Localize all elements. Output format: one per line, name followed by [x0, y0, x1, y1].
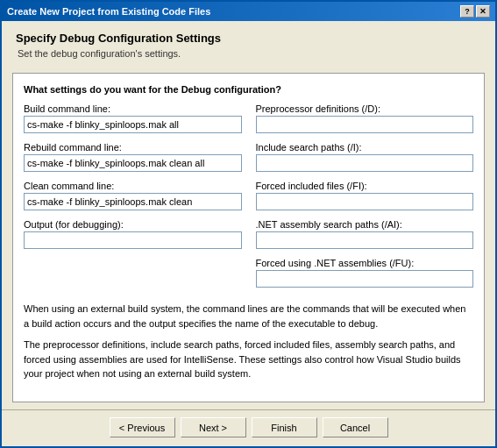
description-1: When using an external build system, the… — [24, 302, 473, 331]
clean-label: Clean command line: — [24, 181, 242, 191]
include-input[interactable] — [256, 154, 474, 172]
build-input[interactable] — [24, 116, 242, 133]
dialog-title: Create New Project from Existing Code Fi… — [7, 6, 210, 17]
left-column: Build command line: Rebuild command line… — [24, 103, 242, 291]
field-group-clean: Clean command line: — [24, 181, 242, 210]
include-label: Include search paths (/I): — [256, 142, 474, 153]
forced-assembly-input[interactable] — [256, 270, 474, 288]
assembly-search-label: .NET assembly search paths (/AI): — [256, 219, 474, 230]
section-question: What settings do you want for the Debug … — [24, 84, 473, 95]
assembly-search-input[interactable] — [256, 231, 474, 249]
description-2: The preprocessor definitions, include se… — [24, 338, 473, 381]
title-bar: Create New Project from Existing Code Fi… — [2, 2, 495, 21]
dialog: Create New Project from Existing Code Fi… — [0, 0, 497, 448]
help-button[interactable]: ? — [460, 5, 474, 18]
clean-input[interactable] — [24, 193, 242, 210]
field-group-preprocessor: Preprocessor definitions (/D): — [256, 103, 474, 133]
previous-button[interactable]: < Previous — [110, 417, 175, 437]
field-group-build: Build command line: — [24, 103, 242, 133]
field-group-forced-assembly: Forced using .NET assemblies (/FU): — [256, 258, 474, 288]
right-column: Preprocessor definitions (/D): Include s… — [256, 103, 474, 291]
forced-include-input[interactable] — [256, 193, 474, 210]
finish-button[interactable]: Finish — [252, 417, 317, 437]
forced-include-label: Forced included files (/FI): — [256, 181, 474, 191]
header-section: Specify Debug Configuration Settings Set… — [2, 21, 495, 66]
field-group-include: Include search paths (/I): — [256, 142, 474, 172]
close-button[interactable]: ✕ — [476, 5, 490, 18]
content: Specify Debug Configuration Settings Set… — [2, 21, 495, 446]
output-input[interactable] — [24, 231, 242, 249]
header-subtitle: Set the debug configuration's settings. — [18, 48, 481, 59]
main-content: What settings do you want for the Debug … — [12, 73, 485, 402]
field-group-forced-include: Forced included files (/FI): — [256, 181, 474, 210]
next-button[interactable]: Next > — [181, 417, 246, 437]
fields-container: Build command line: Rebuild command line… — [24, 103, 473, 291]
field-group-rebuild: Rebuild command line: — [24, 142, 242, 172]
forced-assembly-label: Forced using .NET assemblies (/FU): — [256, 258, 474, 268]
rebuild-input[interactable] — [24, 154, 242, 172]
field-group-output: Output (for debugging): — [24, 219, 242, 249]
title-bar-left: Create New Project from Existing Code Fi… — [7, 6, 210, 17]
rebuild-label: Rebuild command line: — [24, 142, 242, 153]
cancel-button[interactable]: Cancel — [323, 417, 388, 437]
field-group-assembly-search: .NET assembly search paths (/AI): — [256, 219, 474, 249]
preprocessor-label: Preprocessor definitions (/D): — [256, 103, 474, 114]
title-bar-controls: ? ✕ — [460, 5, 490, 18]
preprocessor-input[interactable] — [256, 116, 474, 133]
header-title: Specify Debug Configuration Settings — [16, 32, 481, 45]
footer: < Previous Next > Finish Cancel — [2, 409, 495, 446]
build-label: Build command line: — [24, 103, 242, 114]
output-label: Output (for debugging): — [24, 219, 242, 230]
